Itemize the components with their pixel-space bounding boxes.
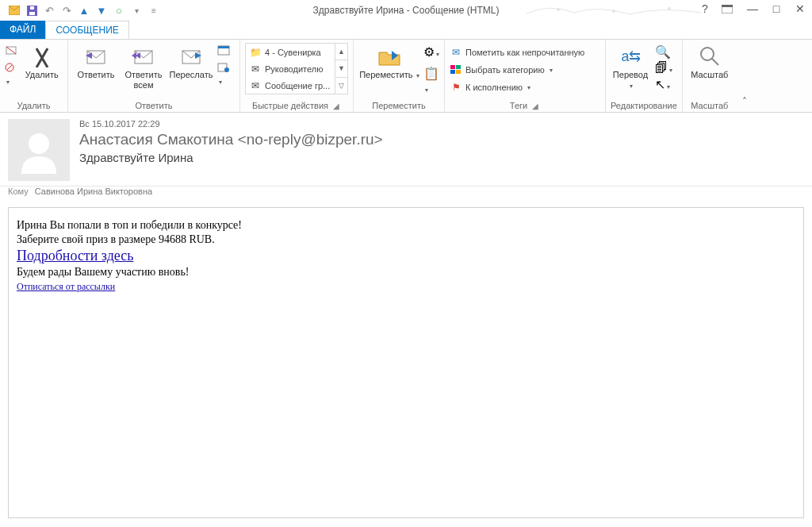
save-icon[interactable] — [25, 4, 38, 17]
svg-point-6 — [668, 7, 671, 10]
related-icon[interactable]: 🗐▾ — [655, 61, 672, 75]
quick-step-1[interactable]: 📁4 - Сувенирка — [246, 44, 335, 60]
to-line: Кому Савинова Ирина Викторовна — [0, 187, 812, 202]
svg-rect-3 — [30, 6, 34, 10]
redo-icon[interactable]: ↷ — [60, 4, 73, 17]
quick-step-3[interactable]: ✉Сообщение гр... — [246, 77, 335, 94]
body-line-1: Ирина Вы попали в топ и победили в конку… — [17, 219, 795, 232]
reply-all-button[interactable]: Ответить всем — [122, 43, 165, 90]
unsubscribe-link[interactable]: Отписаться от рассылки — [17, 281, 115, 292]
category-icon — [450, 63, 462, 76]
svg-rect-23 — [456, 70, 461, 74]
qat-customize-icon[interactable]: ≡ — [147, 4, 160, 17]
zoom-button[interactable]: Масштаб — [688, 43, 732, 80]
group-tags: ✉Пометить как непрочитанную Выбрать кате… — [445, 40, 606, 112]
delete-button[interactable]: Удалить — [21, 43, 63, 80]
svg-rect-2 — [29, 12, 35, 15]
forward-icon — [179, 44, 203, 68]
svg-point-19 — [224, 67, 229, 72]
categorize-button[interactable]: Выбрать категорию▾ — [450, 62, 600, 78]
move-label: Переместить — [359, 70, 412, 79]
svg-rect-8 — [722, 5, 733, 7]
group-delete-label: Удалить — [5, 99, 63, 110]
ignore-icon[interactable] — [5, 44, 17, 56]
group-tags-label: Теги — [510, 99, 527, 110]
followup-button[interactable]: ⚑К исполнению▾ — [450, 79, 600, 95]
select-icon[interactable]: ↖▾ — [655, 77, 672, 92]
forward-boss-icon: ✉ — [249, 63, 262, 75]
group-move-label: Переместить — [358, 99, 439, 110]
svg-line-10 — [6, 47, 16, 54]
quick-dialog-launcher[interactable]: ◢ — [331, 102, 341, 110]
tab-message[interactable]: СООБЩЕНИЕ — [45, 21, 129, 39]
reply-icon — [84, 44, 108, 68]
group-delete: ▾ Удалить Удалить — [0, 40, 68, 112]
svg-line-12 — [7, 65, 12, 70]
svg-point-24 — [701, 48, 714, 60]
actions-icon[interactable]: 📋▾ — [423, 66, 439, 95]
quick-step-2[interactable]: ✉Руководителю — [246, 60, 335, 77]
zoom-icon — [698, 44, 722, 68]
group-move: Переместить ▾ ⚙▾ 📋▾ Переместить — [354, 40, 445, 112]
unread-icon: ✉ — [450, 46, 462, 59]
group-respond-label: Ответить — [73, 99, 235, 110]
message-from: Анастасия Смакотина <no-reply@bizper.ru> — [79, 131, 804, 148]
undo-icon[interactable]: ↶ — [43, 4, 56, 17]
prev-icon[interactable]: ▲ — [78, 4, 90, 17]
move-button[interactable]: Переместить ▾ — [358, 43, 420, 80]
details-link[interactable]: Подробности здесь — [17, 248, 133, 264]
status-icon[interactable]: ○ — [113, 4, 125, 17]
reply-button[interactable]: Ответить — [73, 43, 119, 80]
maximize-button[interactable]: □ — [769, 2, 783, 15]
tags-dialog-launcher[interactable]: ◢ — [530, 102, 540, 110]
ribbon-collapse-button[interactable]: ˄ — [737, 40, 753, 112]
group-editing-label: Редактирование — [611, 99, 677, 110]
translate-button[interactable]: a⇆ Перевод ▾ — [611, 43, 652, 90]
window-controls: ? — □ ✕ — [698, 2, 807, 15]
meeting-icon[interactable] — [217, 44, 235, 56]
message-date: Вс 15.10.2017 22:29 — [79, 119, 804, 129]
forward-label: Переслать — [170, 70, 213, 80]
qat-more-icon[interactable]: ▾ — [130, 4, 143, 17]
quick-access-toolbar: ↶ ↷ ▲ ▼ ○ ▾ ≡ — [0, 4, 160, 17]
find-icon[interactable]: 🔍 — [655, 44, 672, 60]
junk-icon[interactable]: ▾ — [5, 62, 17, 87]
team-mail-icon: ✉ — [249, 79, 262, 92]
group-editing: a⇆ Перевод ▾ 🔍 🗐▾ ↖▾ Редактирование — [606, 40, 683, 112]
quick-steps-gallery[interactable]: 📁4 - Сувенирка ✉Руководителю ✉Сообщение … — [245, 43, 348, 94]
next-icon[interactable]: ▼ — [95, 4, 108, 17]
delete-icon — [30, 44, 54, 68]
gallery-spinner[interactable]: ▲▼▽ — [335, 44, 347, 94]
zoom-label: Масштаб — [691, 70, 728, 80]
help-button[interactable]: ? — [698, 2, 712, 15]
svg-rect-21 — [456, 65, 461, 69]
to-label: Кому — [8, 187, 29, 196]
svg-rect-20 — [450, 65, 455, 69]
flag-icon: ⚑ — [450, 81, 462, 94]
move-icon — [377, 44, 401, 68]
tab-file[interactable]: ФАЙЛ — [0, 21, 45, 39]
close-button[interactable]: ✕ — [793, 2, 807, 15]
decoration-birds — [519, 2, 717, 19]
svg-point-5 — [612, 10, 615, 13]
ribbon-toggle-button[interactable] — [722, 5, 736, 13]
delete-label: Удалить — [25, 70, 59, 80]
body-line-2: Заберите свой приз в размере 94688 RUB. — [17, 233, 795, 246]
mail-icon[interactable] — [8, 4, 21, 17]
group-zoom-label: Масштаб — [688, 99, 732, 110]
ribbon: ▾ Удалить Удалить Ответить Ответить всем… — [0, 40, 812, 113]
group-zoom: Масштаб Масштаб — [683, 40, 737, 112]
group-quick-label: Быстрые действия — [252, 99, 328, 110]
more-respond-icon[interactable]: ▾ — [217, 62, 235, 87]
sender-avatar — [8, 119, 70, 181]
minimize-button[interactable]: — — [745, 2, 760, 15]
svg-point-4 — [557, 8, 560, 11]
to-value: Савинова Ирина Викторовна — [35, 187, 152, 196]
reply-all-icon — [132, 44, 155, 68]
translate-label: Перевод — [613, 70, 648, 79]
rules-icon[interactable]: ⚙▾ — [423, 44, 439, 60]
message-subject: Здравствуйте Ирина — [79, 151, 804, 164]
mark-unread-button[interactable]: ✉Пометить как непрочитанную — [450, 44, 600, 60]
group-quick-steps: 📁4 - Сувенирка ✉Руководителю ✉Сообщение … — [240, 40, 354, 112]
forward-button[interactable]: Переслать — [168, 43, 214, 80]
